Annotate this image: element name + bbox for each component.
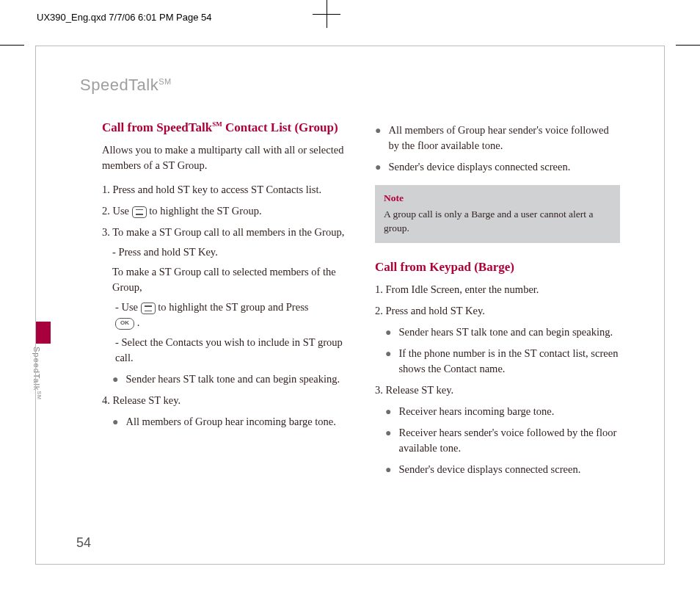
page-title-sup: SM [158, 77, 172, 86]
step-3-sub-3: - Select the Contacts you wish to includ… [115, 335, 347, 366]
bullet-icon: ● [375, 123, 381, 153]
page-number: 54 [76, 535, 91, 551]
crop-mark-right [676, 45, 700, 46]
step-3-sub-2c: . [137, 316, 140, 328]
heading-sup: SM [212, 120, 222, 128]
note-body: A group call is only a Barge and a user … [384, 209, 593, 234]
bullet-icon: ● [385, 346, 391, 377]
cont-bullet-1: ● All members of Group hear sender's voi… [375, 123, 620, 153]
bullet-icon: ● [375, 159, 381, 175]
page-title: SpeedTalkSM [80, 76, 620, 95]
step-4: 4. Release ST key. ● All members of Grou… [102, 393, 347, 430]
left-column: Call from SpeedTalkSM Contact List (Grou… [102, 117, 347, 483]
k2-bullet-2: ● If the phone number is in the ST conta… [385, 346, 620, 377]
step-3-sub-2b: to highlight the ST group and Press [158, 301, 308, 313]
ok-key-icon: OK [115, 318, 134, 330]
cont-bullet-2: ● Sender's device displays connected scr… [375, 159, 620, 175]
bullet-icon: ● [385, 325, 391, 340]
bullet-text: Receiver hears sender's voice followed b… [398, 425, 620, 456]
step-2-pre: 2. Use [102, 205, 132, 217]
step-3-sub-1: - Press and hold ST Key. [112, 245, 347, 260]
nav-key-icon [141, 303, 156, 314]
k2-bullet-1: ● Sender hears ST talk tone and can begi… [385, 325, 620, 340]
right-column: ● All members of Group hear sender's voi… [375, 117, 620, 483]
heading-text-pre: Call from SpeedTalk [102, 120, 212, 134]
step-4-text: 4. Release ST key. [102, 393, 347, 408]
heading-keypad-barge: Call from Keypad (Barge) [375, 259, 620, 275]
bullet-text: Sender's device displays connected scree… [398, 462, 620, 477]
note-title: Note [384, 191, 611, 206]
bullet-text: Receiver hears incoming barge tone. [398, 404, 620, 419]
k-step-3-text: 3. Release ST key. [375, 383, 620, 398]
bullet-text: All members of Group hear incoming barge… [125, 414, 347, 430]
bullet-text: Sender hears ST talk tone and can begin … [398, 325, 620, 340]
k-step-3: 3. Release ST key. ● Receiver hears inco… [375, 383, 620, 477]
step-1: 1. Press and hold ST key to access ST Co… [102, 182, 347, 198]
heading-group-call: Call from SpeedTalkSM Contact List (Grou… [102, 120, 347, 135]
step-3-midtext: To make a ST Group call to selected memb… [112, 264, 347, 295]
bullet-icon: ● [385, 462, 391, 477]
step-3-bullet: ● Sender hears ST talk tone and can begi… [112, 372, 347, 387]
step-2-post: to highlight the ST Group. [149, 205, 261, 217]
step-2: 2. Use to highlight the ST Group. [102, 203, 347, 219]
content-columns: Call from SpeedTalkSM Contact List (Grou… [80, 117, 620, 483]
nav-key-icon [132, 206, 147, 218]
k-step-2-text: 2. Press and hold ST Key. [375, 303, 620, 319]
bullet-icon: ● [112, 414, 118, 430]
step-3-sub-2: - Use to highlight the ST group and Pres… [115, 300, 347, 330]
k3-bullet-1: ● Receiver hears incoming barge tone. [385, 404, 620, 419]
step-3: 3. To make a ST Group call to all member… [102, 225, 347, 387]
k3-bullet-3: ● Sender's device displays connected scr… [385, 462, 620, 477]
bullet-text: Sender's device displays connected scree… [388, 159, 620, 175]
k3-bullet-2: ● Receiver hears sender's voice followed… [385, 425, 620, 456]
crop-mark-left [0, 45, 24, 46]
note-box: Note A group call is only a Barge and a … [375, 185, 620, 243]
step-3-text: 3. To make a ST Group call to all member… [102, 225, 347, 240]
k-step-1: 1. From Idle Screen, enter the number. [375, 282, 620, 297]
heading-text-post: Contact List (Group) [222, 120, 338, 134]
page-title-text: SpeedTalk [80, 76, 158, 94]
intro-text: Allows you to make a multiparty call wit… [102, 142, 347, 173]
step-4-bullet: ● All members of Group hear incoming bar… [112, 414, 347, 430]
bullet-icon: ● [385, 404, 391, 419]
registration-mark-h [313, 14, 340, 15]
bullet-icon: ● [112, 372, 118, 387]
step-3-sub-2a: - Use [115, 301, 141, 313]
print-slug: UX390_Eng.qxd 7/7/06 6:01 PM Page 54 [37, 12, 212, 23]
bullet-text: All members of Group hear sender's voice… [388, 123, 620, 153]
page-frame: SpeedTalkSM Call from SpeedTalkSM Contac… [35, 46, 665, 565]
bullet-text: If the phone number is in the ST contact… [398, 346, 620, 377]
bullet-icon: ● [385, 425, 391, 456]
bullet-text: Sender hears ST talk tone and can begin … [125, 372, 347, 387]
k-step-2: 2. Press and hold ST Key. ● Sender hears… [375, 303, 620, 377]
